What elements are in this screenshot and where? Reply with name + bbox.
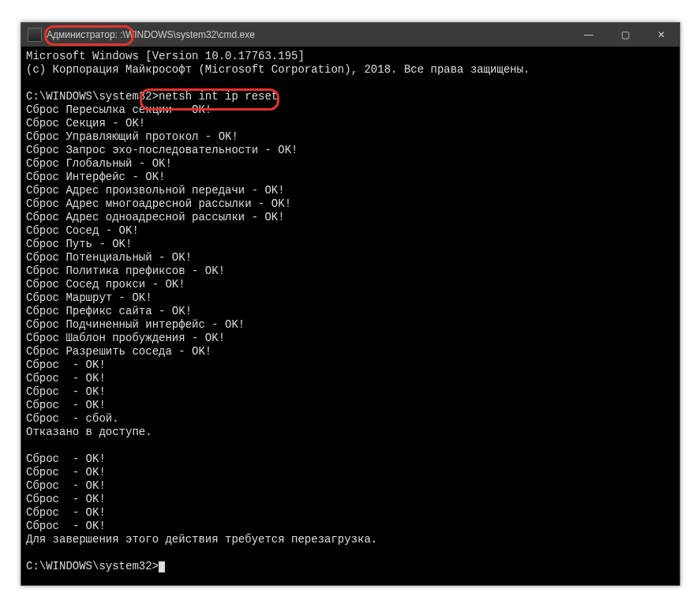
maximize-button[interactable]: ▢ (607, 23, 643, 47)
window-title: Администратор: :\WINDOWS\system32\cmd.ex… (47, 29, 255, 40)
titlebar[interactable]: Администратор: :\WINDOWS\system32\cmd.ex… (21, 23, 679, 47)
maximize-icon: ▢ (621, 29, 630, 40)
title-admin-prefix: Администратор: (47, 29, 118, 40)
cmd-icon (28, 28, 42, 42)
cmd-window: Администратор: :\WINDOWS\system32\cmd.ex… (21, 22, 680, 586)
cursor (159, 561, 165, 572)
close-icon: ✕ (657, 29, 665, 40)
close-button[interactable]: ✕ (643, 23, 679, 47)
minimize-button[interactable]: — (571, 23, 607, 47)
caption-buttons: — ▢ ✕ (571, 23, 679, 47)
minimize-icon: — (584, 29, 593, 40)
terminal-output[interactable]: Microsoft Windows [Version 10.0.17763.19… (21, 47, 679, 585)
title-path: :\WINDOWS\system32\cmd.exe (118, 29, 255, 40)
